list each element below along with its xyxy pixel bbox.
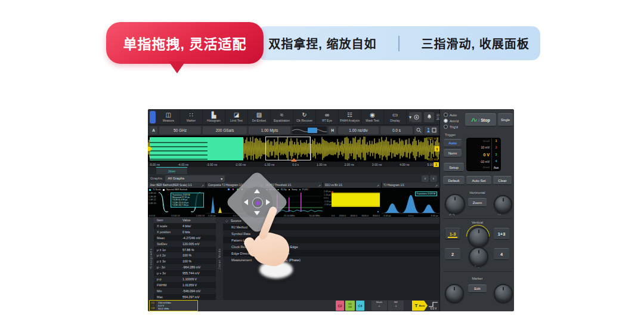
channel2-button[interactable]: C2 [336, 301, 344, 311]
zoom-selection-box[interactable] [265, 137, 311, 160]
toolbar-app-button[interactable]: ▭ Display [384, 109, 407, 125]
jitter-mode-side-tab[interactable]: Jitter Mode [216, 217, 223, 300]
trigger-norm-button[interactable]: Norm [444, 149, 462, 157]
toolbar-app-button[interactable]: ▙ Histogram [203, 109, 225, 125]
channel4-button[interactable]: C4 [356, 301, 364, 311]
radio-armd[interactable]: Arm'd [444, 119, 459, 123]
table-row[interactable]: μ ± 2σ 100 % [154, 252, 216, 258]
clear-button[interactable]: Clear [493, 176, 512, 185]
setup-row[interactable]: Edge Direction Both [223, 250, 439, 256]
bell-icon[interactable] [424, 112, 434, 122]
horizontal-scale-knob[interactable] [445, 194, 465, 214]
toolbar-app-button[interactable]: ◪ Limit Test [225, 109, 248, 125]
radio-trigd[interactable]: Trig'd [444, 125, 458, 129]
toolbar-app-button[interactable]: ↻ Clk Recover [293, 109, 316, 125]
vertical-ch4-button[interactable]: 4 [494, 248, 509, 260]
histograms-side-tab[interactable]: Histograms [148, 217, 154, 300]
default-button[interactable]: Default [443, 176, 465, 185]
channel-select-item[interactable]: 4 [496, 160, 497, 163]
table-row[interactable]: X scale 4 bits/ [154, 223, 216, 229]
vertical-scale-knob[interactable] [468, 227, 489, 248]
table-row[interactable]: X position 0 bits [154, 229, 216, 235]
setup-row[interactable]: Measurement TIE (Phase) [223, 256, 439, 263]
graph-ber-bathtub[interactable]: Jitter BER Bathtub(BER Scale) 1/1↗ TJ Sc… [148, 182, 206, 217]
channel-select-item[interactable]: 1 [496, 140, 497, 143]
toolbar-app-button[interactable]: ◫ Measure [157, 109, 180, 125]
bandwidth-value[interactable]: 50 GHz [159, 126, 201, 134]
radio-auto[interactable]: Auto [444, 113, 457, 117]
math2-button[interactable]: M2+ [388, 301, 404, 311]
channel-select-item[interactable]: 2 [496, 146, 497, 149]
table-row[interactable]: Max 554.297 mV [154, 294, 216, 300]
trigger-setup-button[interactable]: Setup [444, 163, 464, 172]
table-row[interactable]: Mean -4.27246 mV [154, 235, 216, 241]
waveform-overview-scrollbar[interactable] [292, 126, 327, 134]
graphs-next-button[interactable]: › [430, 175, 437, 182]
expand-icon[interactable]: ↗ [202, 184, 204, 187]
overview-thumb[interactable] [308, 128, 317, 133]
graph-composite-tj-histogram[interactable]: Composite TJ Histogram 1/1↗ -5.00 p [206, 182, 264, 217]
setup-row[interactable]: Symbol Rate [223, 230, 439, 237]
timebase-value[interactable]: 1.00 ns/div [338, 126, 379, 134]
channel-select-column[interactable]: 1234Aux [491, 138, 500, 171]
trigger-level-indicator[interactable]: 0.0 V [429, 302, 438, 310]
expand-icon[interactable]: ↗ [260, 184, 262, 187]
setup-source-row[interactable]: ◇ Source [223, 217, 439, 224]
expand-icon[interactable]: ↗ [318, 184, 321, 187]
marker-a-knob[interactable] [445, 284, 464, 303]
search-icon[interactable] [414, 126, 423, 134]
graphs-prev-button[interactable]: ‹ [422, 175, 429, 182]
toolbar-app-button[interactable]: ≈ Equalization [271, 109, 293, 125]
acq-h-button[interactable]: H [329, 126, 336, 134]
table-row[interactable]: StdDev 120.005 mV [154, 241, 216, 247]
channel-select-item[interactable]: 3 [496, 153, 497, 156]
math1-button[interactable]: Math+ [371, 301, 387, 311]
setup-row[interactable]: Pattern Length [223, 237, 439, 243]
vertical-1plus3-button[interactable]: 1+3 [494, 228, 509, 240]
single-button[interactable]: Single [498, 113, 513, 126]
channel1-badge[interactable]: 1 [435, 146, 439, 151]
apps-grid-icon[interactable] [150, 111, 156, 123]
setup-row[interactable]: Clock Recovery First Edge [223, 243, 439, 250]
main-waveform-display[interactable]: 600 mV -600 mV 1 [148, 136, 439, 162]
tab-jitter[interactable]: Jitter [156, 167, 187, 174]
channel1-3-status-box[interactable]: C1 - C3 150 mV/div 0.0 V 50.0 GHz [149, 300, 198, 311]
touch-icon[interactable] [411, 112, 422, 122]
toolbar-app-button[interactable]: ∞ RT Eye [316, 109, 339, 125]
channel1-3-button[interactable]: C1C3 [345, 301, 355, 311]
vertical-1-3-button[interactable]: 1-3 [445, 228, 460, 240]
run-stop-button[interactable]: /Stop [465, 113, 496, 126]
table-row[interactable]: μ + 3σ 955.744 mV [154, 270, 216, 276]
graph-rjpj-threshold[interactable]: RJ/PJ Threshold 1/1↗ RJ+DJRJ SpSampPJ,RJ [265, 182, 323, 217]
memory-depth-value[interactable]: 1.00 Mpts [249, 126, 290, 134]
vertical-offset-knob[interactable] [469, 247, 488, 267]
vertical-ch2-button[interactable]: 2 [445, 248, 460, 260]
toolbar-app-button[interactable]: ◉ Mask Test [361, 109, 384, 125]
setup-row[interactable]: RJ Method [223, 224, 439, 230]
table-row[interactable]: μ - 3σ -964.289 mV [154, 264, 216, 270]
collapse-diamond-icon[interactable]: ◇ [223, 218, 231, 222]
toolbar-app-button[interactable]: ☷ PAM4 Analysis [339, 109, 361, 125]
toolbar-app-button[interactable]: ▨ De-Embed [248, 109, 271, 125]
h-position-value[interactable]: 0.0 s [380, 126, 413, 134]
sample-rate-value[interactable]: 200 GSa/s [203, 126, 247, 134]
trigger-flag-button[interactable]: TAuto [412, 301, 428, 311]
trigger-auto-button[interactable]: Auto [444, 139, 462, 147]
acq-a-button[interactable]: A [150, 126, 157, 134]
table-row[interactable]: μ ± 3σ 100 % [154, 258, 216, 264]
touch-window-icon[interactable] [425, 126, 438, 134]
marker-edit-button[interactable]: Edit [468, 284, 487, 293]
table-row[interactable]: p-p 1.10009 V [154, 276, 216, 282]
horizontal-zoom-button[interactable]: Zoom [468, 198, 487, 207]
table-row[interactable]: μ ± 1σ 57.88 % [154, 247, 216, 253]
channel-select-item[interactable]: Aux [494, 166, 499, 169]
table-row[interactable]: Min -546.094 mV [154, 288, 216, 294]
toolbar-app-button[interactable]: ∷ Marker [180, 109, 203, 125]
table-row[interactable]: FWHM 1.01359 V [154, 282, 216, 288]
graphs-dropdown[interactable]: All Graphs ▾ [165, 175, 225, 182]
auto-set-button[interactable]: Auto Set [466, 176, 491, 185]
expand-icon[interactable]: ↗ [377, 184, 379, 187]
graph-ddj-vs-bit[interactable]: DDJ vs Bit 1/1↗ 2.40 ps1.20 ps0.0 s-1.20… [323, 182, 381, 217]
marker-b-knob[interactable] [494, 284, 513, 303]
expand-icon[interactable]: ↗ [435, 184, 438, 187]
